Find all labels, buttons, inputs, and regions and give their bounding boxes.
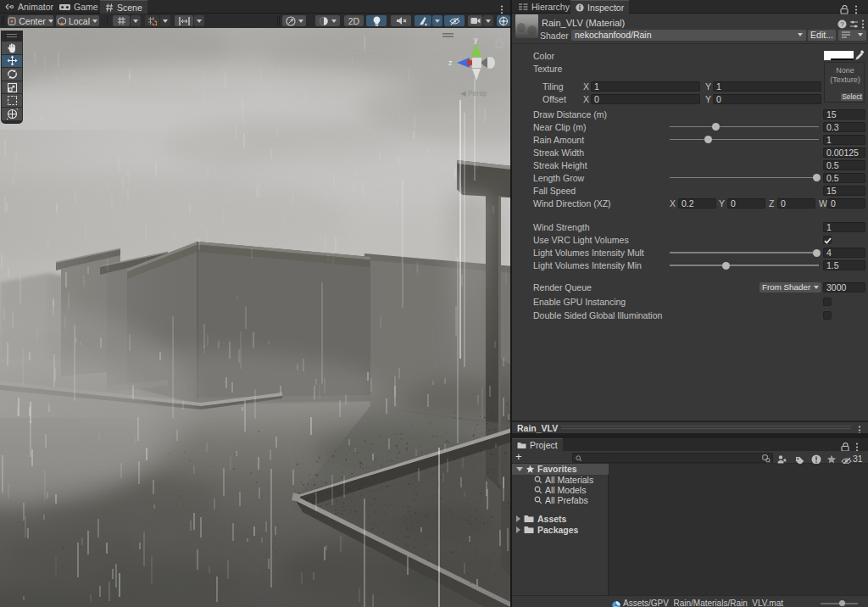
svg-text:◀ Persp: ◀ Persp: [460, 89, 487, 97]
svg-text:?: ?: [840, 20, 844, 28]
svg-text:y: y: [474, 36, 478, 44]
svg-text:z: z: [448, 58, 453, 67]
